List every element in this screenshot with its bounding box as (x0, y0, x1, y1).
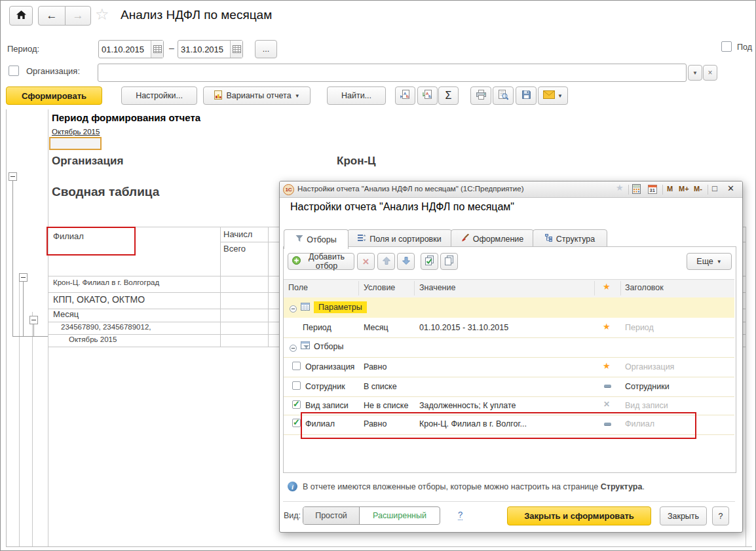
tab-appearance[interactable]: Оформление (451, 229, 534, 248)
calendar-picker-icon[interactable] (230, 41, 242, 58)
column-header-total: Всего (223, 244, 246, 254)
star-flag-icon[interactable]: ★ (603, 361, 611, 371)
report-row-october[interactable]: Октябрь 2015 (69, 335, 117, 343)
calculator-icon[interactable] (632, 184, 641, 197)
row-record-kind-checkbox[interactable] (292, 400, 301, 409)
row-organization-title[interactable]: Организация (625, 362, 674, 371)
column-header-star-icon[interactable]: ★ (603, 282, 611, 292)
row-employee-title[interactable]: Сотрудники (625, 382, 670, 391)
view-help-link[interactable]: ? (458, 510, 463, 520)
row-record-kind-condition[interactable]: Не в списке (364, 401, 408, 410)
preview-button[interactable] (493, 86, 514, 105)
filters-group-label[interactable]: Отборы (314, 342, 344, 351)
row-branch-checkbox[interactable] (292, 419, 301, 427)
home-button[interactable] (9, 6, 33, 26)
period-more-button[interactable]: ... (255, 40, 277, 58)
report-period-value[interactable]: Октябрь 2015 (52, 128, 100, 136)
collapse-group-button[interactable] (19, 273, 28, 282)
row-organization-field[interactable]: Организация (305, 362, 354, 371)
organization-input[interactable] (98, 64, 686, 81)
favorite-star-icon[interactable]: ☆ (95, 5, 109, 24)
delete-filter-button[interactable]: ✕ (357, 253, 375, 270)
view-simple-button[interactable]: Простой (303, 507, 360, 524)
settings-button[interactable]: Настройки... (121, 86, 197, 105)
more-button[interactable]: Еще ▼ (687, 253, 732, 270)
tab-fields-sorting[interactable]: Поля и сортировки (347, 229, 452, 248)
collapse-circle-icon[interactable] (290, 303, 297, 315)
tab-structure[interactable]: Структура (533, 229, 607, 248)
selected-cell[interactable] (49, 137, 102, 150)
maximize-button[interactable]: □ (712, 183, 717, 193)
report-row-codes[interactable]: 234567890, 23456789012, (61, 323, 151, 331)
row-period-title[interactable]: Период (625, 323, 654, 332)
subdivision-checkbox[interactable] (721, 41, 732, 52)
add-filter-button[interactable]: Добавить отбор (288, 253, 354, 270)
row-organization-checkbox[interactable] (292, 362, 301, 370)
close-window-button[interactable]: ✕ (727, 183, 734, 193)
row-record-kind-value[interactable]: Задолженность; К уплате (419, 401, 516, 410)
annotation-box-branch-column (47, 227, 136, 256)
move-up-button[interactable] (377, 253, 395, 270)
uncheck-all-button[interactable] (440, 253, 458, 270)
column-header-condition[interactable]: Условие (364, 283, 395, 292)
print-button[interactable] (470, 86, 491, 105)
forward-button[interactable]: → (65, 6, 91, 26)
settings-table-header (284, 279, 734, 299)
row-record-kind-field[interactable]: Вид записи (305, 401, 349, 410)
header-divider (620, 281, 621, 295)
generate-button[interactable]: Сформировать (6, 86, 102, 105)
memory-plus-button[interactable]: М+ (679, 185, 689, 193)
report-row-month-header[interactable]: Месяц (53, 309, 79, 319)
dash-flag-icon[interactable] (604, 385, 611, 388)
move-down-button[interactable] (397, 253, 415, 270)
save-icon (521, 90, 531, 102)
collapse-circle-icon[interactable] (290, 343, 297, 354)
close-button[interactable]: Закрыть (660, 506, 707, 525)
find-button[interactable]: Найти... (327, 86, 386, 105)
find-next-button[interactable]: АБ (417, 86, 438, 105)
calendar-picker-icon[interactable] (151, 41, 163, 58)
memory-minus-button[interactable]: М- (694, 185, 702, 193)
memory-recall-button[interactable]: М (667, 185, 673, 193)
row-organization-condition[interactable]: Равно (364, 362, 387, 371)
sum-button[interactable]: Σ (438, 86, 459, 105)
report-settings-dialog: 1С Настройки отчета "Анализ НДФЛ по меся… (279, 181, 743, 533)
back-button[interactable]: ← (38, 6, 66, 26)
chevron-down-icon: ▼ (717, 259, 722, 265)
column-header-title[interactable]: Заголовок (625, 283, 664, 292)
header-divider (594, 281, 595, 295)
column-header-value[interactable]: Значение (419, 283, 455, 292)
row-record-kind-title[interactable]: Вид записи (625, 401, 668, 410)
row-employee-condition[interactable]: В списке (364, 382, 397, 391)
organization-dropdown-button[interactable]: ▼ (688, 65, 702, 81)
save-button[interactable] (516, 86, 537, 105)
tab-filters[interactable]: Отборы (284, 229, 349, 249)
row-employee-field[interactable]: Сотрудник (305, 382, 345, 391)
report-row-branch[interactable]: Крон-Ц. Филиал в г. Волгоград (53, 278, 159, 286)
find-in-column-button[interactable]: АБ (395, 86, 415, 105)
star-flag-icon[interactable]: ★ (603, 322, 611, 332)
help-button[interactable]: ? (712, 506, 729, 525)
period-from-input[interactable] (99, 41, 151, 58)
parameters-group-label[interactable]: Параметры (314, 301, 367, 313)
calendar-icon[interactable]: 31 (648, 184, 657, 197)
row-period-condition[interactable]: Месяц (364, 323, 388, 332)
send-email-button[interactable]: ▼ (538, 86, 568, 105)
dialog-titlebar[interactable]: 1С Настройки отчета "Анализ НДФЛ по меся… (280, 181, 742, 198)
x-flag-icon[interactable]: ✕ (603, 400, 610, 409)
view-advanced-button[interactable]: Расширенный (360, 507, 440, 524)
report-row-kpp[interactable]: КПП, ОКАТО, ОКТМО (53, 294, 145, 305)
collapse-group-button[interactable] (9, 172, 17, 181)
row-employee-checkbox[interactable] (292, 381, 301, 390)
column-header-field[interactable]: Поле (288, 283, 308, 292)
collapse-group-button[interactable] (29, 316, 38, 324)
period-to-input[interactable] (178, 41, 230, 58)
row-period-field[interactable]: Период (303, 323, 331, 332)
row-period-value[interactable]: 01.10.2015 - 31.10.2015 (419, 323, 508, 332)
organization-clear-button[interactable]: × (703, 65, 717, 81)
organization-checkbox[interactable] (9, 66, 19, 76)
close-and-generate-button[interactable]: Закрыть и сформировать (507, 506, 651, 525)
report-variants-button[interactable]: Варианты отчета ▼ (203, 86, 311, 105)
titlebar-star-icon[interactable]: ★ (616, 183, 624, 193)
check-all-button[interactable] (421, 253, 438, 270)
